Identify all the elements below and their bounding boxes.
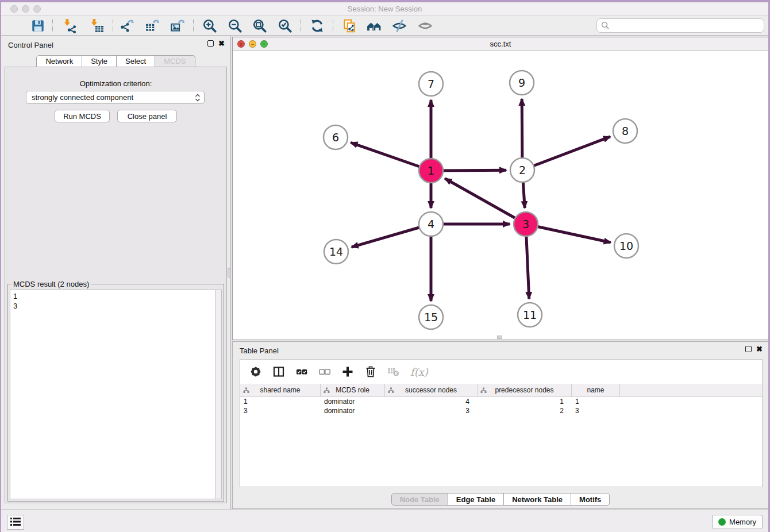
main-toolbar xyxy=(1,16,768,36)
save-session-button[interactable] xyxy=(30,18,45,33)
table-panel-title: Table Panel xyxy=(240,346,279,355)
mcds-result-scrollbar[interactable] xyxy=(215,290,222,499)
export-image-icon[interactable] xyxy=(170,18,185,33)
tab-node-table[interactable]: Node Table xyxy=(391,493,448,506)
mcds-panel: Optimization criterion: strongly connect… xyxy=(5,67,227,503)
table-settings-gear-icon[interactable] xyxy=(249,365,262,378)
tab-style[interactable]: Style xyxy=(82,55,117,67)
panel-splitter-grip[interactable] xyxy=(228,268,231,277)
network-view-window: x – + scc.txt 1234678910111415 xyxy=(232,37,769,340)
node-label-8: 8 xyxy=(622,125,629,137)
import-network-icon[interactable] xyxy=(62,18,77,33)
node-table: shared nameMCDS rolesuccessor nodesprede… xyxy=(240,384,763,487)
tab-edge-table[interactable]: Edge Table xyxy=(448,493,504,506)
show-all-icon[interactable] xyxy=(418,18,433,33)
run-mcds-button[interactable]: Run MCDS xyxy=(55,110,110,122)
table-cell[interactable]: 3 xyxy=(240,406,321,415)
memory-button[interactable]: Memory xyxy=(712,515,763,529)
node-label-10: 10 xyxy=(619,240,633,252)
network-window-titlebar: x – + scc.txt xyxy=(233,37,768,51)
node-label-4: 4 xyxy=(428,218,434,230)
table-cell[interactable]: dominator xyxy=(321,406,385,415)
control-panel: Control Panel ✖ NetworkStyleSelectMCDS O… xyxy=(1,36,231,509)
export-network-icon[interactable] xyxy=(120,18,134,33)
node-table-header: shared nameMCDS rolesuccessor nodesprede… xyxy=(240,384,762,397)
delete-table-icon[interactable] xyxy=(387,365,400,378)
toolbar-separator xyxy=(113,20,113,32)
zoom-selected-icon[interactable] xyxy=(278,18,292,33)
table-cell[interactable]: 1 xyxy=(572,397,620,406)
search-input[interactable] xyxy=(596,18,764,33)
column-header-label: successor nodes xyxy=(405,386,457,394)
open-session-button[interactable] xyxy=(8,18,23,33)
column-header-label: shared name xyxy=(260,386,300,394)
column-header-successor-nodes[interactable]: successor nodes xyxy=(385,384,478,396)
edge-2-8[interactable] xyxy=(522,137,610,170)
add-column-icon[interactable] xyxy=(341,365,354,378)
table-cell[interactable]: 1 xyxy=(240,397,321,406)
first-neighbors-icon[interactable] xyxy=(367,18,382,33)
memory-status-dot xyxy=(718,518,726,526)
tab-select[interactable]: Select xyxy=(117,55,155,67)
hide-selected-icon[interactable] xyxy=(392,18,407,33)
column-header-name[interactable]: name xyxy=(572,384,620,396)
table-cell[interactable]: 4 xyxy=(385,397,478,406)
node-label-9: 9 xyxy=(518,76,525,89)
split-view-icon[interactable] xyxy=(272,365,285,378)
memory-label: Memory xyxy=(729,518,756,526)
zoom-fit-icon[interactable] xyxy=(252,18,267,33)
export-table-icon[interactable] xyxy=(145,18,160,33)
edge-3-1[interactable] xyxy=(445,179,526,224)
node-label-7: 7 xyxy=(428,78,434,90)
import-table-icon[interactable] xyxy=(89,18,104,33)
column-header-predecessor-nodes[interactable]: predecessor nodes xyxy=(478,384,572,396)
control-panel-title: Control Panel xyxy=(8,41,53,49)
network-title: scc.txt xyxy=(233,40,768,48)
control-panel-close-icon[interactable]: ✖ xyxy=(218,40,225,47)
table-panel: Table Panel ✖ xyxy=(232,341,769,509)
window-title: Session: New Session xyxy=(1,5,768,13)
duplicate-network-icon[interactable] xyxy=(342,18,357,33)
network-canvas[interactable]: 1234678910111415 xyxy=(233,51,768,340)
delete-column-trash-icon[interactable] xyxy=(364,365,377,378)
zoom-out-icon[interactable] xyxy=(228,18,242,33)
column-header-MCDS-role[interactable]: MCDS role xyxy=(321,384,385,396)
table-cell[interactable]: 3 xyxy=(572,406,620,415)
tab-mcds[interactable]: MCDS xyxy=(155,55,195,67)
node-label-2: 2 xyxy=(519,164,526,176)
tab-motifs[interactable]: Motifs xyxy=(571,493,610,506)
node-label-14: 14 xyxy=(329,245,343,258)
mcds-result-list[interactable]: 1 3 xyxy=(10,290,215,499)
apply-layout-icon[interactable] xyxy=(310,18,325,33)
titlebar: Session: New Session xyxy=(1,2,768,16)
tab-network[interactable]: Network xyxy=(36,55,82,67)
table-row[interactable]: 1dominator411 xyxy=(240,397,762,406)
application-window: Session: New Session xyxy=(0,0,770,532)
table-cell[interactable]: 2 xyxy=(478,406,572,415)
table-toolbar: f(x) xyxy=(240,359,763,384)
function-builder-icon[interactable]: f(x) xyxy=(410,365,428,378)
node-label-3: 3 xyxy=(522,218,529,230)
control-panel-float-icon[interactable] xyxy=(207,40,214,47)
horizontal-splitter-grip[interactable] xyxy=(497,336,502,339)
column-header-label: predecessor nodes xyxy=(495,386,553,394)
table-row[interactable]: 3dominator323 xyxy=(240,406,762,415)
column-header-shared-name[interactable]: shared name xyxy=(240,384,321,396)
tab-network-table[interactable]: Network Table xyxy=(504,493,571,506)
zoom-in-icon[interactable] xyxy=(202,18,217,33)
edge-3-10[interactable] xyxy=(526,224,611,242)
deselect-all-icon[interactable] xyxy=(318,365,331,378)
select-all-icon[interactable] xyxy=(295,365,308,378)
table-panel-float-icon[interactable] xyxy=(745,346,752,352)
close-panel-button[interactable]: Close panel xyxy=(117,110,177,122)
table-cell[interactable]: 3 xyxy=(385,406,478,415)
node-label-1: 1 xyxy=(428,164,434,177)
table-cell[interactable]: 1 xyxy=(478,397,572,406)
toolbar-separator xyxy=(301,20,301,32)
mcds-result-title: MCDS result (2 nodes) xyxy=(11,280,91,288)
criterion-dropdown[interactable]: strongly connected component xyxy=(26,91,205,104)
table-panel-tabs: Node TableEdge TableNetwork TableMotifs xyxy=(233,493,768,506)
table-cell[interactable]: dominator xyxy=(321,397,385,406)
table-panel-close-icon[interactable]: ✖ xyxy=(756,346,763,352)
task-history-icon[interactable] xyxy=(7,515,24,530)
